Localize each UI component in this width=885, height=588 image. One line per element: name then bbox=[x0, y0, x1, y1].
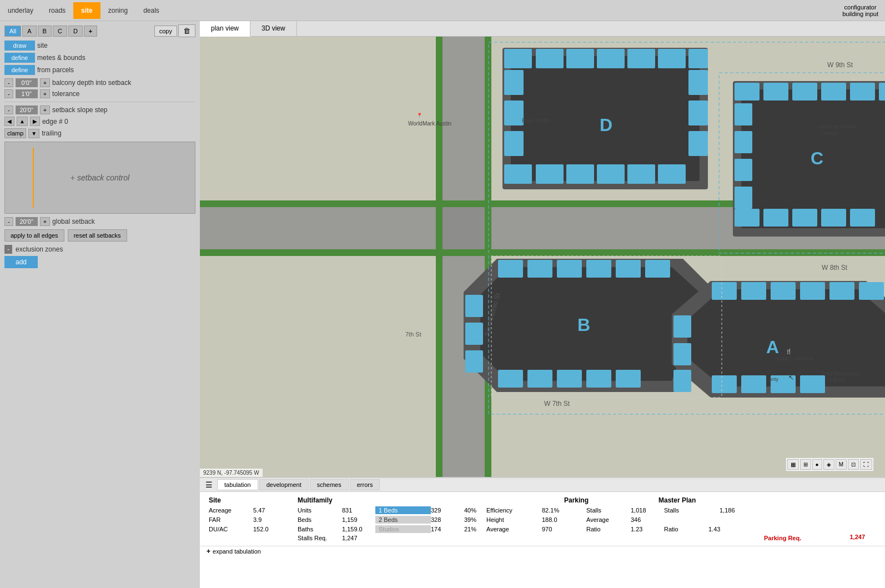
nav-item-zoning[interactable]: zoning bbox=[100, 2, 135, 19]
svg-text:D: D bbox=[600, 115, 612, 135]
svg-text:Luby's Cafeteria: Luby's Cafeteria bbox=[777, 356, 813, 361]
nav-item-site[interactable]: site bbox=[73, 2, 100, 19]
map-controls[interactable]: ▦ ⊞ ● ◈ M ⊡ ⛶ bbox=[786, 458, 874, 471]
configurator-label: configurator bbox=[844, 4, 877, 11]
beds-value: 1,159 bbox=[342, 516, 375, 523]
define-metes-button[interactable]: define bbox=[4, 53, 35, 63]
svg-rect-25 bbox=[688, 70, 708, 95]
svg-text:Total Restoration: Total Restoration bbox=[822, 371, 859, 376]
apply-all-edges-button[interactable]: apply to all edges bbox=[4, 229, 64, 242]
svg-rect-72 bbox=[829, 282, 854, 300]
svg-rect-56 bbox=[498, 370, 523, 388]
svg-rect-23 bbox=[504, 100, 524, 125]
add-exclusion-button[interactable]: add bbox=[4, 256, 38, 268]
edge-label: edge # 0 bbox=[42, 118, 68, 125]
svg-marker-49 bbox=[480, 267, 702, 381]
global-plus[interactable]: + bbox=[40, 217, 50, 226]
svg-text:..unty: ..unty bbox=[766, 376, 779, 382]
svg-rect-50 bbox=[498, 260, 523, 278]
parking-average-value: 346 bbox=[631, 516, 664, 523]
tab-development[interactable]: development bbox=[259, 479, 309, 490]
stalls-req-label: Stalls Req. bbox=[298, 535, 342, 541]
tab-3d-view[interactable]: 3D view bbox=[250, 21, 297, 36]
map-ctrl-m[interactable]: M bbox=[836, 459, 847, 470]
tab-a[interactable]: A bbox=[22, 26, 36, 37]
map-ctrl-circle[interactable]: ● bbox=[812, 459, 822, 470]
1beds-badge[interactable]: 1 Beds bbox=[375, 506, 431, 514]
nav-item-deals[interactable]: deals bbox=[135, 2, 167, 19]
map-ctrl-scale[interactable]: ⊡ bbox=[848, 459, 859, 470]
draw-label: site bbox=[37, 42, 48, 49]
svg-rect-53 bbox=[586, 260, 611, 278]
nav-item-underlay[interactable]: underlay bbox=[0, 2, 41, 19]
svg-text:C: C bbox=[811, 148, 823, 168]
arrow-up[interactable]: ▲ bbox=[17, 117, 28, 126]
site-header: Site bbox=[209, 496, 298, 504]
studios-btn[interactable]: Studios bbox=[375, 525, 431, 533]
svg-rect-40 bbox=[850, 209, 875, 227]
balcony-minus[interactable]: - bbox=[4, 78, 13, 87]
delete-button[interactable]: 🗑 bbox=[178, 24, 195, 37]
nav-item-roads[interactable]: roads bbox=[41, 2, 73, 19]
stalls-label: Stalls bbox=[586, 507, 631, 514]
map-ctrl-grid[interactable]: ▦ bbox=[787, 459, 799, 470]
tab-all[interactable]: All bbox=[4, 26, 21, 37]
arrow-left[interactable]: ◀ bbox=[4, 117, 14, 126]
define-parcels-button[interactable]: define bbox=[4, 65, 35, 75]
clamp-arrow[interactable]: ▼ bbox=[28, 129, 39, 138]
baths-value: 1,159.0 bbox=[342, 526, 375, 532]
global-minus[interactable]: - bbox=[4, 217, 13, 226]
svg-text:B: B bbox=[577, 315, 590, 335]
ratio-value: 1.23 bbox=[631, 526, 664, 532]
slope-plus[interactable]: + bbox=[40, 105, 50, 114]
map-ctrl-fullscreen[interactable]: ⛶ bbox=[860, 459, 872, 470]
svg-rect-24 bbox=[504, 131, 524, 156]
svg-rect-61 bbox=[465, 295, 483, 317]
1beds-pct: 40% bbox=[464, 507, 486, 514]
add-tab-button[interactable]: + bbox=[84, 26, 97, 37]
tolerance-plus[interactable]: + bbox=[40, 89, 50, 98]
tab-b[interactable]: B bbox=[38, 26, 52, 37]
tolerance-minus[interactable]: - bbox=[4, 89, 13, 98]
svg-rect-6 bbox=[485, 37, 491, 477]
tab-c[interactable]: C bbox=[53, 26, 67, 37]
duac-label: DU/AC bbox=[209, 526, 253, 532]
slope-minus[interactable]: - bbox=[4, 105, 13, 114]
svg-rect-36 bbox=[735, 209, 760, 227]
svg-rect-14 bbox=[658, 49, 686, 68]
exclusion-minus[interactable]: - bbox=[4, 245, 12, 254]
svg-rect-69 bbox=[741, 282, 766, 300]
expand-plus-icon[interactable]: + bbox=[207, 547, 210, 555]
copy-button[interactable]: copy bbox=[154, 26, 177, 37]
acreage-label: Acreage bbox=[209, 507, 253, 514]
average-value: 970 bbox=[542, 526, 586, 532]
svg-rect-9 bbox=[504, 49, 532, 68]
balcony-plus[interactable]: + bbox=[40, 78, 50, 87]
tab-plan-view[interactable]: plan view bbox=[200, 21, 250, 37]
map-ctrl-layers[interactable]: ⊞ bbox=[800, 459, 811, 470]
tab-d[interactable]: D bbox=[68, 26, 83, 37]
reset-setbacks-button[interactable]: reset all setbacks bbox=[68, 229, 127, 242]
slope-value: 20'0" bbox=[16, 105, 38, 114]
tab-tabulation[interactable]: tabulation bbox=[217, 479, 258, 490]
svg-rect-54 bbox=[616, 260, 641, 278]
2beds-value: 328 bbox=[431, 516, 464, 523]
svg-rect-31 bbox=[763, 83, 788, 100]
svg-rect-26 bbox=[688, 100, 708, 125]
clamp-select[interactable]: clamp bbox=[4, 128, 26, 138]
svg-rect-2 bbox=[441, 37, 486, 477]
svg-rect-63 bbox=[465, 350, 483, 373]
draw-button[interactable]: draw bbox=[4, 41, 35, 51]
arrow-right[interactable]: ▶ bbox=[30, 117, 40, 126]
units-value: 831 bbox=[342, 507, 375, 514]
tab-schemes[interactable]: schemes bbox=[310, 479, 349, 490]
2beds-btn[interactable]: 2 Beds bbox=[375, 516, 431, 524]
svg-rect-10 bbox=[536, 49, 564, 68]
hamburger-icon[interactable]: ☰ bbox=[202, 479, 216, 490]
1beds-value: 329 bbox=[431, 507, 464, 514]
svg-rect-12 bbox=[597, 49, 625, 68]
svg-rect-57 bbox=[527, 370, 552, 388]
tab-errors[interactable]: errors bbox=[350, 479, 380, 490]
map-ctrl-cube[interactable]: ◈ bbox=[823, 459, 834, 470]
svg-text:of Texas: of Texas bbox=[827, 377, 846, 383]
